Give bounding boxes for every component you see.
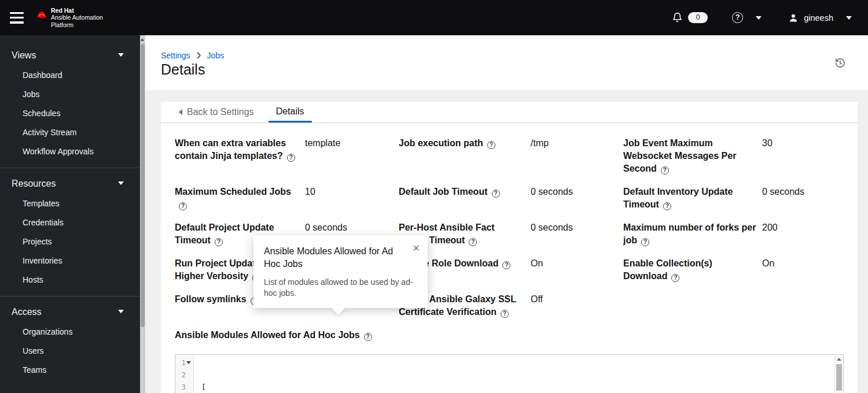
setting-label: Job execution path <box>399 137 531 175</box>
scrollbar-thumb[interactable] <box>836 364 842 391</box>
sidebar-item-credentials[interactable]: Credentials <box>0 213 140 232</box>
sidebar-item-schedules[interactable]: Schedules <box>0 103 140 123</box>
fold-caret-icon[interactable] <box>186 361 191 364</box>
chevron-down-icon <box>118 53 124 57</box>
help-icon[interactable] <box>487 141 495 149</box>
setting-label: Enable Collection(s) Download <box>623 257 762 283</box>
sidebar-group-access[interactable]: Access <box>0 302 140 322</box>
sidebar-item-users[interactable]: Users <box>0 341 140 360</box>
scroll-up-icon[interactable] <box>837 358 841 361</box>
username-label: gineesh <box>804 13 833 23</box>
help-icon[interactable] <box>661 166 669 175</box>
setting-value: 0 seconds <box>762 186 844 211</box>
chevron-down-icon <box>118 181 124 185</box>
app-root: Red Hat Ansible Automation Platform 0 <box>0 0 868 393</box>
breadcrumb-link-jobs[interactable]: Jobs <box>207 51 225 60</box>
code-editor-content[interactable]: [ "command", "shell", "yum", "apt", <box>194 355 843 393</box>
help-icon[interactable] <box>501 310 509 318</box>
divider <box>0 168 140 168</box>
page-title: Details <box>161 61 205 78</box>
setting-value: 0 seconds <box>531 186 623 211</box>
user-icon <box>788 13 799 23</box>
setting-value: On <box>531 257 623 283</box>
help-icon[interactable] <box>663 202 671 210</box>
sidebar-item-hosts[interactable]: Hosts <box>0 270 140 289</box>
setting-value: 10 <box>305 186 399 211</box>
breadcrumb-link-settings[interactable]: Settings <box>161 51 190 60</box>
history-icon <box>834 57 846 69</box>
setting-label: When can extra variables contain Jinja t… <box>175 137 305 175</box>
tab-details[interactable]: Details <box>269 102 312 123</box>
sidebar-item-activity-stream[interactable]: Activity Stream <box>0 123 140 142</box>
setting-label: Default Inventory Update Timeout <box>623 186 762 211</box>
breadcrumb: Settings Jobs <box>161 51 224 60</box>
bell-icon <box>672 12 683 23</box>
sidebar-item-inventories[interactable]: Inventories <box>0 251 140 270</box>
breadcrumb-separator-icon <box>196 52 201 59</box>
masthead: Red Hat Ansible Automation Platform 0 <box>0 0 868 35</box>
tab-bar: Back to Settings Details <box>161 102 858 123</box>
setting-label: Maximum number of forks per job <box>623 221 762 247</box>
brand-logo[interactable]: Red Hat Ansible Automation Platform <box>36 7 103 29</box>
close-icon[interactable]: × <box>413 242 420 254</box>
divider <box>0 296 140 296</box>
code-line: [ <box>194 381 843 393</box>
notifications-button[interactable]: 0 <box>672 12 708 23</box>
setting-value: template <box>305 137 399 175</box>
caret-left-icon <box>179 109 182 115</box>
caret-down-icon <box>756 16 762 20</box>
sidebar-item-teams[interactable]: Teams <box>0 360 140 379</box>
help-icon[interactable] <box>469 238 477 246</box>
notifications-count-badge[interactable]: 0 <box>688 12 708 23</box>
sidebar-item-workflow-approvals[interactable]: Workflow Approvals <box>0 142 140 161</box>
scrollbar-thumb[interactable] <box>141 44 145 327</box>
brand-text: Red Hat Ansible Automation Platform <box>51 7 103 29</box>
redhat-fedora-icon <box>36 11 47 19</box>
sidebar-nav: Views Dashboard Jobs Schedules Activity … <box>0 35 140 393</box>
setting-value: On <box>762 257 844 283</box>
popover-title: Ansible Modules Allowed for Ad Hoc Jobs <box>264 245 417 270</box>
setting-label: Job Event Maximum Websocket Messages Per… <box>623 137 762 175</box>
setting-value: 200 <box>762 221 844 247</box>
history-button[interactable] <box>834 57 846 69</box>
help-menu-button[interactable] <box>732 12 762 23</box>
setting-label: Default Job Timeout <box>399 186 531 211</box>
sidebar-item-templates[interactable]: Templates <box>0 194 140 213</box>
code-editor-scrollbar[interactable] <box>834 355 843 393</box>
code-editor-gutter: 1 2 3 4 5 <box>175 355 194 393</box>
setting-value: Off <box>531 293 623 318</box>
sidebar-item-jobs[interactable]: Jobs <box>0 84 140 103</box>
setting-label-ansible-modules: Ansible Modules Allowed for Ad Hoc Jobs <box>175 329 844 342</box>
user-menu-button[interactable]: gineesh <box>788 13 852 23</box>
help-icon[interactable] <box>179 202 187 210</box>
sidebar-group-views[interactable]: Views <box>0 46 140 65</box>
help-popover: Ansible Modules Allowed for Ad Hoc Jobs … <box>253 235 428 308</box>
scroll-up-icon[interactable] <box>141 38 144 41</box>
code-editor[interactable]: 1 2 3 4 5 [ "command", "shell", "yum", "… <box>175 354 844 393</box>
popover-body: List of modules allowed to be used by ad… <box>264 277 417 299</box>
setting-value: 0 seconds <box>531 221 623 247</box>
setting-label: Maximum Scheduled Jobs <box>175 186 305 211</box>
tab-back-to-settings[interactable]: Back to Settings <box>171 102 262 123</box>
help-icon[interactable] <box>671 274 679 282</box>
caret-down-icon <box>846 16 852 20</box>
help-icon <box>732 12 743 23</box>
help-icon[interactable] <box>215 238 223 246</box>
sidebar-group-resources[interactable]: Resources <box>0 174 140 194</box>
sidebar-item-projects[interactable]: Projects <box>0 232 140 251</box>
help-icon[interactable] <box>287 154 295 162</box>
sidebar-item-dashboard[interactable]: Dashboard <box>0 65 140 84</box>
chevron-down-icon <box>118 310 124 313</box>
setting-value: /tmp <box>531 137 623 175</box>
setting-value: 30 <box>762 137 844 175</box>
sidebar-scrollbar[interactable] <box>140 35 145 393</box>
sidebar-item-organizations[interactable]: Organizations <box>0 322 140 341</box>
help-icon[interactable] <box>641 238 649 246</box>
help-icon[interactable] <box>502 261 510 269</box>
page-header: Settings Jobs Details <box>145 35 868 90</box>
help-icon[interactable] <box>492 190 500 198</box>
nav-toggle-icon[interactable] <box>10 12 25 24</box>
help-icon[interactable] <box>364 333 372 341</box>
